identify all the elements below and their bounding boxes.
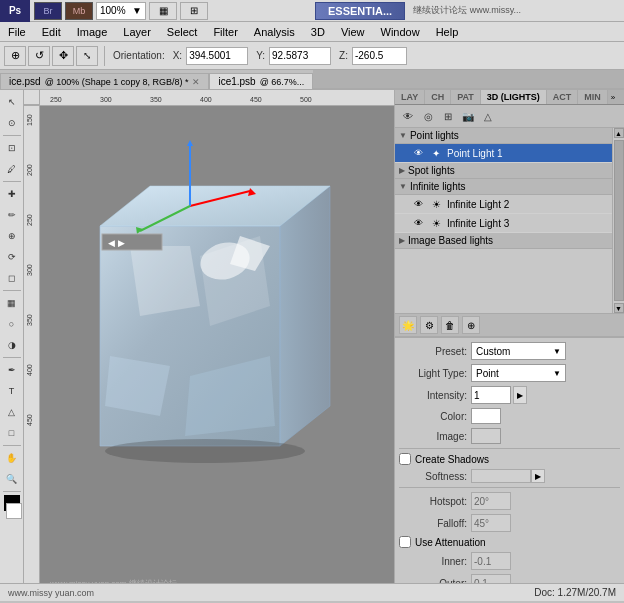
br-btn[interactable]: Br	[34, 2, 62, 20]
duplicate-light-btn[interactable]: ⊕	[462, 316, 480, 334]
light-group-spot-header[interactable]: ▶ Spot lights	[395, 163, 612, 179]
pi-grid[interactable]: ⊞	[439, 107, 457, 125]
doc-tab-name-0: ice.psd	[9, 76, 41, 87]
view-btn2[interactable]: ⊞	[180, 2, 208, 20]
tool-history[interactable]: ⟳	[2, 247, 22, 267]
y-input[interactable]	[269, 47, 331, 65]
light-item-inf3[interactable]: 👁 ☀ Infinite Light 3	[395, 214, 612, 233]
doc-tab-0[interactable]: ice.psd @ 100% (Shape 1 copy 8, RGB/8) *…	[0, 73, 209, 89]
tool-blur[interactable]: ○	[2, 314, 22, 334]
tool-pen[interactable]: ✒	[2, 360, 22, 380]
canvas[interactable]: ◀ ▶ www.missy yuan.com 继续设计论坛	[40, 106, 394, 583]
falloff-input[interactable]	[471, 514, 511, 532]
create-shadows-checkbox[interactable]	[399, 453, 411, 465]
light-eye-inf2[interactable]: 👁	[411, 197, 425, 211]
tool-brush[interactable]: ✏	[2, 205, 22, 225]
menu-edit[interactable]: Edit	[34, 22, 69, 41]
light-type-dropdown[interactable]: Point ▼	[471, 364, 566, 382]
tool-zoom[interactable]: 🔍	[2, 469, 22, 489]
doc-tab-info-0: @ 100% (Shape 1 copy 8, RGB/8) *	[45, 77, 189, 87]
tab-ch[interactable]: CH	[425, 90, 451, 104]
light-group-point-header[interactable]: ▼ Point lights	[395, 128, 612, 144]
sep-1	[399, 448, 620, 449]
tool-gradient[interactable]: ▦	[2, 293, 22, 313]
move-icon[interactable]: ✥	[52, 46, 74, 66]
tool-hand[interactable]: ✋	[2, 448, 22, 468]
tool-shape[interactable]: □	[2, 423, 22, 443]
scroll-up[interactable]: ▲	[614, 128, 624, 138]
image-swatch[interactable]	[471, 428, 501, 444]
tab-3d-lights[interactable]: 3D (LIGHTS)	[481, 90, 547, 104]
light-name-point1: Point Light 1	[447, 148, 503, 159]
light-eye-point1[interactable]: 👁	[411, 146, 425, 160]
tool-lasso[interactable]: ⊙	[2, 113, 22, 133]
preset-dropdown[interactable]: Custom ▼	[471, 342, 566, 360]
light-type-value: Point	[476, 368, 499, 379]
tool-select[interactable]: ↖	[2, 92, 22, 112]
color-swatch[interactable]	[471, 408, 501, 424]
outer-input[interactable]	[471, 574, 511, 583]
tab-act[interactable]: ACT	[547, 90, 579, 104]
tab-pat[interactable]: PAT	[451, 90, 481, 104]
menu-select[interactable]: Select	[159, 22, 206, 41]
pi-eye[interactable]: 👁	[399, 107, 417, 125]
doc-tab-1[interactable]: ice1.psb @ 66.7%...	[209, 73, 313, 89]
tool-dodge[interactable]: ◑	[2, 335, 22, 355]
light-group-infinite-header[interactable]: ▼ Infinite lights	[395, 179, 612, 195]
workspace-btn[interactable]: ESSENTIA...	[315, 2, 405, 20]
pi-circle[interactable]: ◎	[419, 107, 437, 125]
menu-file[interactable]: File	[0, 22, 34, 41]
light-group-ibl-header[interactable]: ▶ Image Based lights	[395, 233, 612, 249]
pi-shape[interactable]: △	[479, 107, 497, 125]
menu-window[interactable]: Window	[373, 22, 428, 41]
tab-min[interactable]: MIN	[578, 90, 608, 104]
intensity-arrow[interactable]: ▶	[513, 386, 527, 404]
light-settings-btn[interactable]: ⚙	[420, 316, 438, 334]
scroll-thumb[interactable]	[614, 140, 624, 301]
menu-layer[interactable]: Layer	[115, 22, 159, 41]
lights-list: ▼ Point lights 👁 ✦ Point Light 1 ▶ Spot …	[395, 128, 612, 308]
z-input[interactable]	[352, 47, 407, 65]
tool-clone[interactable]: ⊕	[2, 226, 22, 246]
tool-eyedrop[interactable]: 🖊	[2, 159, 22, 179]
hotspot-label: Hotspot:	[399, 496, 467, 507]
menu-analysis[interactable]: Analysis	[246, 22, 303, 41]
light-item-point1[interactable]: 👁 ✦ Point Light 1	[395, 144, 612, 163]
panel-expand-chevron[interactable]: »	[608, 93, 618, 102]
tab-lay[interactable]: LAY	[395, 90, 425, 104]
tool-sep-5	[3, 445, 21, 446]
add-light-btn[interactable]: 🌟	[399, 316, 417, 334]
menu-help[interactable]: Help	[428, 22, 467, 41]
tool-text[interactable]: T	[2, 381, 22, 401]
scale-icon[interactable]: ⤡	[76, 46, 98, 66]
rotate-icon[interactable]: ↺	[28, 46, 50, 66]
background-color[interactable]	[6, 503, 22, 519]
delete-light-btn[interactable]: 🗑	[441, 316, 459, 334]
light-item-inf2[interactable]: 👁 ☀ Infinite Light 2	[395, 195, 612, 214]
tool-path[interactable]: △	[2, 402, 22, 422]
sep-2	[399, 487, 620, 488]
pi-camera[interactable]: 📷	[459, 107, 477, 125]
inner-input[interactable]	[471, 552, 511, 570]
hotspot-input[interactable]	[471, 492, 511, 510]
scroll-down[interactable]: ▼	[614, 303, 624, 313]
tool-icon[interactable]: ⊕	[4, 46, 26, 66]
doc-tab-close-0[interactable]: ✕	[192, 77, 200, 87]
light-eye-inf3[interactable]: 👁	[411, 216, 425, 230]
menu-image[interactable]: Image	[69, 22, 116, 41]
view-btn[interactable]: ▦	[149, 2, 177, 20]
menu-view[interactable]: View	[333, 22, 373, 41]
intensity-input[interactable]	[471, 386, 511, 404]
menu-3d[interactable]: 3D	[303, 22, 333, 41]
tool-heal[interactable]: ✚	[2, 184, 22, 204]
use-attenuation-checkbox[interactable]	[399, 536, 411, 548]
menu-filter[interactable]: Filter	[205, 22, 245, 41]
softness-slider[interactable]	[471, 469, 531, 483]
mb-btn[interactable]: Mb	[65, 2, 93, 20]
tool-crop[interactable]: ⊡	[2, 138, 22, 158]
y-label: Y:	[256, 50, 265, 61]
softness-arrow[interactable]: ▶	[531, 469, 545, 483]
zoom-select[interactable]: 100% ▼	[96, 2, 146, 20]
x-input[interactable]	[186, 47, 248, 65]
tool-eraser[interactable]: ◻	[2, 268, 22, 288]
